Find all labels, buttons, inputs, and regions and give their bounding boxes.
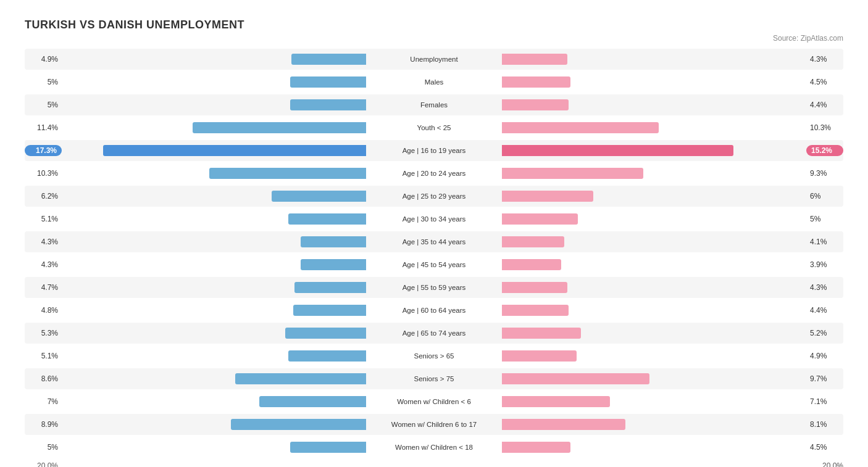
left-bar: [193, 122, 366, 133]
left-bar: [235, 373, 366, 384]
left-bar: [290, 442, 366, 453]
right-bar-container: [502, 99, 806, 111]
center-label: Age | 55 to 59 years: [366, 284, 502, 291]
center-label: Age | 16 to 19 years: [366, 147, 502, 154]
left-value: 4.3%: [25, 260, 62, 269]
right-value: 4.1%: [806, 238, 843, 246]
left-bar-container: [62, 258, 366, 271]
left-bar-container: [62, 76, 366, 88]
left-bar: [301, 236, 366, 247]
right-value: 8.1%: [806, 420, 843, 429]
chart-row: 17.3%Age | 16 to 19 years15.2%: [25, 140, 843, 161]
left-bar-container: [62, 213, 366, 225]
right-value: 6%: [806, 192, 843, 200]
left-value: 17.3%: [25, 145, 62, 156]
right-value: 9.7%: [806, 374, 843, 383]
chart-row: 4.3%Age | 35 to 44 years4.1%: [25, 231, 843, 252]
right-value: 5%: [806, 215, 843, 223]
left-bar: [285, 328, 366, 339]
center-label: Males: [366, 78, 502, 86]
center-label: Unemployment: [366, 56, 502, 63]
chart-title: TURKISH VS DANISH UNEMPLOYMENT: [25, 19, 843, 31]
center-label: Age | 20 to 24 years: [366, 170, 502, 177]
right-bar-container: [502, 373, 806, 385]
right-bar: [502, 282, 567, 293]
left-bar-container: [62, 304, 366, 316]
right-bar: [502, 419, 625, 430]
left-bar-container: [62, 350, 366, 362]
chart-row: 5%Women w/ Children < 184.5%: [25, 437, 843, 458]
left-bar: [291, 54, 366, 65]
left-bar-container: [62, 53, 366, 65]
center-label: Age | 35 to 44 years: [366, 238, 502, 246]
center-label: Women w/ Children < 6: [366, 398, 502, 405]
right-bar-container: [502, 53, 806, 65]
left-bar: [259, 396, 366, 407]
chart-row: 5.1%Seniors > 654.9%: [25, 345, 843, 366]
right-value: 7.1%: [806, 397, 843, 406]
center-label: Women w/ Children < 18: [366, 444, 502, 451]
right-bar: [502, 99, 569, 110]
right-bar-container: [502, 327, 806, 339]
right-value: 4.3%: [806, 283, 843, 292]
right-value: 4.4%: [806, 306, 843, 315]
right-value: 4.9%: [806, 352, 843, 360]
left-bar-container: [62, 418, 366, 431]
right-value: 4.4%: [806, 101, 843, 109]
left-value: 5%: [25, 101, 62, 109]
left-bar: [209, 168, 366, 179]
right-bar-container: [502, 441, 806, 453]
left-value: 8.9%: [25, 420, 62, 429]
right-bar-container: [502, 213, 806, 225]
left-bar-container: [62, 441, 366, 453]
right-bar: [502, 145, 733, 156]
chart-row: 6.2%Age | 25 to 29 years6%: [25, 186, 843, 207]
center-label: Youth < 25: [366, 124, 502, 131]
right-bar-container: [502, 281, 806, 294]
left-bar: [103, 145, 366, 156]
chart-area: 4.9%Unemployment4.3%5%Males4.5%5%Females…: [25, 49, 843, 458]
right-bar: [502, 328, 581, 339]
axis-right-label: 20.0%: [822, 461, 843, 467]
right-bar-container: [502, 304, 806, 316]
right-bar-container: [502, 76, 806, 88]
chart-row: 11.4%Youth < 2510.3%: [25, 117, 843, 138]
left-value: 6.2%: [25, 192, 62, 200]
right-bar-container: [502, 144, 806, 157]
right-bar: [502, 396, 610, 407]
left-value: 4.8%: [25, 306, 62, 315]
left-bar-container: [62, 281, 366, 294]
left-bar: [290, 76, 366, 88]
left-value: 8.6%: [25, 374, 62, 383]
axis-row: 20.0% 20.0%: [25, 461, 843, 467]
left-bar-container: [62, 167, 366, 180]
left-value: 5%: [25, 443, 62, 452]
left-bar-container: [62, 190, 366, 202]
center-label: Age | 25 to 29 years: [366, 192, 502, 200]
right-bar: [502, 54, 567, 65]
right-bar-container: [502, 350, 806, 362]
center-label: Age | 30 to 34 years: [366, 215, 502, 223]
left-bar: [288, 213, 366, 225]
left-bar: [288, 350, 366, 362]
left-bar: [290, 99, 366, 110]
center-label: Age | 60 to 64 years: [366, 307, 502, 314]
chart-row: 4.7%Age | 55 to 59 years4.3%: [25, 277, 843, 298]
left-bar: [294, 282, 366, 293]
right-value: 4.5%: [806, 78, 843, 86]
left-bar: [301, 259, 366, 270]
left-bar-container: [62, 122, 366, 134]
right-bar: [502, 191, 593, 202]
right-bar: [502, 122, 659, 133]
right-bar-container: [502, 258, 806, 271]
right-bar-container: [502, 167, 806, 180]
right-bar: [502, 213, 578, 225]
left-bar-container: [62, 99, 366, 111]
right-value: 5.2%: [806, 329, 843, 337]
right-bar-container: [502, 122, 806, 134]
left-bar-container: [62, 395, 366, 408]
chart-row: 5%Females4.4%: [25, 94, 843, 115]
chart-row: 7%Women w/ Children < 67.1%: [25, 391, 843, 412]
right-bar: [502, 76, 570, 88]
left-value: 11.4%: [25, 123, 62, 132]
